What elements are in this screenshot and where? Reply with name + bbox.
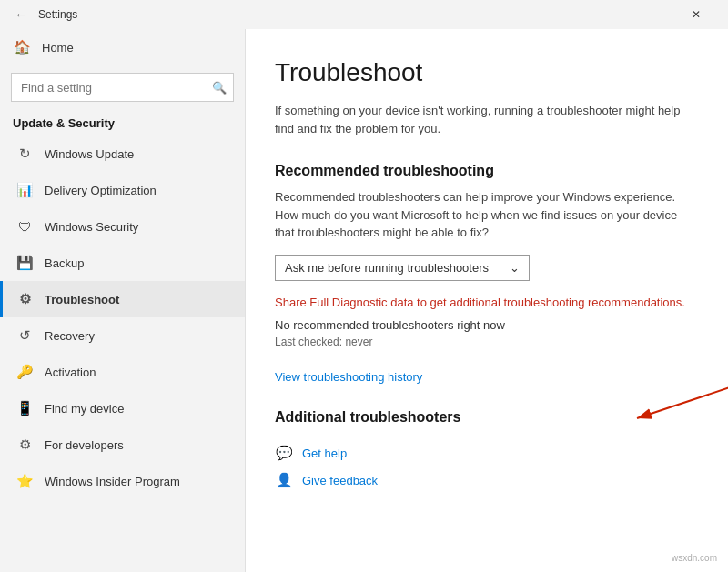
recommended-section-description: Recommended troubleshooters can help imp… xyxy=(275,188,692,242)
windows-update-icon: ↻ xyxy=(15,145,34,163)
sidebar-item-label: Backup xyxy=(45,256,84,270)
sidebar-item-windows-insider[interactable]: ⭐ Windows Insider Program xyxy=(0,463,245,499)
no-troubleshooters-text: No recommended troubleshooters right now xyxy=(275,318,692,332)
give-feedback-link[interactable]: 👤 Give feedback xyxy=(275,471,692,489)
title-bar-title: Settings xyxy=(38,8,77,21)
troubleshoot-dropdown[interactable]: Ask me before running troubleshooters ⌄ xyxy=(275,255,530,281)
search-input[interactable] xyxy=(11,73,234,102)
backup-icon: 💾 xyxy=(15,254,34,272)
sidebar-item-delivery-optimization[interactable]: 📊 Delivery Optimization xyxy=(0,172,245,208)
sidebar-home[interactable]: 🏠 Home xyxy=(0,29,245,65)
sidebar-item-activation[interactable]: 🔑 Activation xyxy=(0,354,245,390)
page-description: If something on your device isn't workin… xyxy=(275,102,692,137)
get-help-label: Get help xyxy=(302,447,347,460)
sidebar-item-windows-update[interactable]: ↻ Windows Update xyxy=(0,135,245,172)
chevron-down-icon: ⌄ xyxy=(510,261,520,275)
title-bar-controls: — ✕ xyxy=(633,0,717,29)
sidebar-item-label: Delivery Optimization xyxy=(45,184,157,197)
sidebar-item-label: Recovery xyxy=(45,329,95,343)
share-diagnostic-link[interactable]: Share Full Diagnostic data to get additi… xyxy=(275,294,692,312)
additional-section: Additional troubleshooters xyxy=(275,409,692,426)
additional-title: Additional troubleshooters xyxy=(275,409,692,426)
view-history-link[interactable]: View troubleshooting history xyxy=(275,370,692,384)
page-title: Troubleshoot xyxy=(275,58,692,87)
home-icon: 🏠 xyxy=(13,38,31,56)
recommended-section-title: Recommended troubleshooting xyxy=(275,163,692,179)
insider-icon: ⭐ xyxy=(15,472,34,490)
give-feedback-icon: 👤 xyxy=(275,471,293,489)
title-bar: ← Settings — ✕ xyxy=(0,0,728,29)
back-button[interactable]: ← xyxy=(11,4,31,25)
sidebar-item-label: For developers xyxy=(45,438,124,452)
sidebar-item-label: Windows Update xyxy=(45,147,134,161)
recovery-icon: ↺ xyxy=(15,326,34,345)
sidebar-item-windows-security[interactable]: 🛡 Windows Security xyxy=(0,208,245,245)
sidebar-item-label: Windows Security xyxy=(45,220,138,234)
developers-icon: ⚙ xyxy=(15,436,34,454)
sidebar-item-label: Troubleshoot xyxy=(45,293,119,306)
search-icon: 🔍 xyxy=(212,81,227,95)
app-container: 🏠 Home 🔍 Update & Security ↻ Windows Upd… xyxy=(0,29,728,572)
home-label: Home xyxy=(42,41,74,55)
sidebar-item-troubleshoot[interactable]: ⚙ Troubleshoot xyxy=(0,281,245,317)
dropdown-value: Ask me before running troubleshooters xyxy=(285,261,489,275)
sidebar: 🏠 Home 🔍 Update & Security ↻ Windows Upd… xyxy=(0,29,246,572)
find-device-icon: 📱 xyxy=(15,399,34,417)
sidebar-item-for-developers[interactable]: ⚙ For developers xyxy=(0,426,245,463)
last-checked-text: Last checked: never xyxy=(275,336,692,348)
get-help-icon: 💬 xyxy=(275,444,293,462)
get-help-link[interactable]: 💬 Get help xyxy=(275,444,692,462)
title-bar-left: ← Settings xyxy=(11,4,77,25)
delivery-optimization-icon: 📊 xyxy=(15,181,34,199)
close-button[interactable]: ✕ xyxy=(675,0,717,29)
sidebar-item-backup[interactable]: 💾 Backup xyxy=(0,245,245,281)
section-title: Update & Security xyxy=(0,109,245,135)
sidebar-item-label: Windows Insider Program xyxy=(45,475,180,488)
windows-security-icon: 🛡 xyxy=(15,217,34,236)
sidebar-search[interactable]: 🔍 xyxy=(11,73,234,102)
sidebar-item-label: Activation xyxy=(45,366,96,379)
main-content: Troubleshoot If something on your device… xyxy=(246,29,728,572)
activation-icon: 🔑 xyxy=(15,363,34,381)
sidebar-item-label: Find my device xyxy=(45,402,124,416)
watermark: wsxdn.com xyxy=(668,551,721,565)
sidebar-item-find-my-device[interactable]: 📱 Find my device xyxy=(0,390,245,426)
troubleshoot-icon: ⚙ xyxy=(15,290,34,308)
minimize-button[interactable]: — xyxy=(633,0,675,29)
sidebar-item-recovery[interactable]: ↺ Recovery xyxy=(0,317,245,354)
give-feedback-label: Give feedback xyxy=(302,474,378,487)
help-links: 💬 Get help 👤 Give feedback xyxy=(275,444,692,489)
